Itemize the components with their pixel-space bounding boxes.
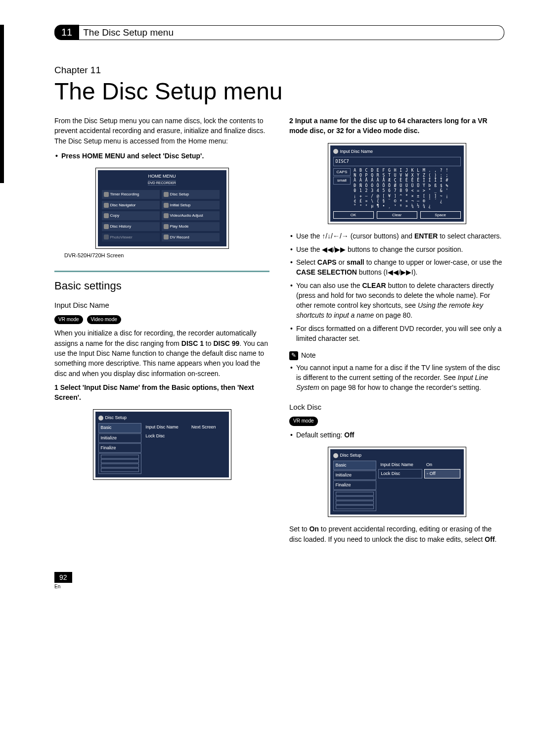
kbd-small: small bbox=[333, 177, 351, 185]
ds-basic: Basic bbox=[98, 423, 142, 432]
main-title: The Disc Setup menu bbox=[54, 78, 504, 105]
intro-paragraph: From the Disc Setup menu you can name di… bbox=[54, 116, 269, 146]
screenshot-caption: DVR-520H/720H Screen bbox=[64, 252, 269, 260]
menu-dv-record: DV Record bbox=[162, 233, 220, 242]
input-disc-name-heading: Input Disc Name bbox=[54, 300, 269, 311]
basic-settings-heading: Basic settings bbox=[54, 278, 269, 294]
arrow-up-down-left-right-icon: ↑/↓/←/→ bbox=[322, 232, 349, 240]
ds-initialize: Initialize bbox=[98, 433, 142, 443]
ds-input-disc-name: Input Disc Name bbox=[143, 423, 187, 431]
gear-icon bbox=[164, 203, 169, 208]
note-heading: ✎ Note bbox=[289, 350, 504, 360]
skip-back-fwd-icon: I◀◀/▶▶I bbox=[386, 268, 413, 276]
menu-video-audio: Video/Audio Adjust bbox=[162, 211, 220, 220]
page-footer: 92 En bbox=[54, 572, 504, 589]
clear-bullet: You can also use the CLEAR button to del… bbox=[289, 281, 504, 321]
ds2-basic: Basic bbox=[333, 461, 377, 470]
page-lang: En bbox=[54, 584, 504, 589]
copy-icon bbox=[104, 213, 109, 218]
disc-icon bbox=[164, 192, 169, 197]
disc-setup-screenshot-1: Disc Setup Basic Initialize Finalize Inp… bbox=[93, 409, 231, 479]
kbd-current-name: DISC7 bbox=[333, 157, 461, 166]
adjust-icon bbox=[164, 213, 169, 218]
menu-copy: Copy bbox=[102, 211, 160, 220]
kbd-clear: Clear bbox=[377, 211, 417, 219]
step-1: 1 Select 'Input Disc Name' from the Basi… bbox=[54, 382, 269, 403]
vr-mode-pill-2: VR mode bbox=[289, 417, 318, 426]
side-tab bbox=[0, 25, 4, 183]
home-menu-screenshot: HOME MENUDVD RECORDER Timer Recording Di… bbox=[54, 168, 269, 260]
home-menu-sub: DVD RECORDER bbox=[148, 180, 176, 186]
kbd-caps: CAPS bbox=[333, 168, 351, 176]
step-2: 2 Input a name for the disc up to 64 cha… bbox=[289, 116, 504, 136]
other-recorders-bullet: For discs formatted on a different DVD r… bbox=[289, 324, 504, 344]
page-number: 92 bbox=[54, 572, 72, 583]
menu-initial-setup: Initial Setup bbox=[162, 201, 220, 210]
chapter-badge: 11 bbox=[54, 25, 79, 40]
menu-disc-history: Disc History bbox=[102, 222, 160, 231]
press-home-menu-step: Press HOME MENU and select 'Disc Setup'. bbox=[54, 151, 269, 161]
history-icon bbox=[104, 224, 109, 229]
section-divider bbox=[54, 271, 269, 272]
note-body: You cannot input a name for a disc if th… bbox=[289, 363, 504, 393]
disc-icon bbox=[98, 416, 103, 421]
video-mode-pill: Video mode bbox=[87, 315, 121, 325]
ds2-off: ◦ Off bbox=[424, 469, 460, 478]
ds-lock-disc: Lock Disc bbox=[143, 432, 187, 440]
set-to-para: Set to On to prevent accidental recordin… bbox=[289, 524, 504, 544]
disc-icon bbox=[333, 453, 338, 458]
play-icon bbox=[164, 224, 169, 229]
header-title: The Disc Setup menu bbox=[79, 25, 504, 40]
right-column: 2 Input a name for the disc up to 64 cha… bbox=[289, 116, 504, 547]
note-icon: ✎ bbox=[289, 351, 298, 360]
menu-disc-setup: Disc Setup bbox=[162, 190, 220, 199]
default-setting: Default setting: Off bbox=[289, 430, 504, 440]
photo-icon bbox=[104, 235, 109, 239]
home-menu-title: HOME MENU bbox=[148, 173, 176, 180]
ds2-input-disc-name: Input Disc Name bbox=[378, 461, 422, 469]
skip-prev-next-icon: ◀◀/▶▶ bbox=[322, 245, 346, 253]
menu-photoviewer: PhotoViewer bbox=[102, 233, 160, 242]
chapter-label: Chapter 11 bbox=[54, 65, 504, 76]
caps-bullet: Select CAPS or small to change to upper … bbox=[289, 257, 504, 278]
ds2-lock-disc: Lock Disc bbox=[378, 469, 422, 478]
ds-finalize: Finalize bbox=[98, 443, 142, 453]
input-disc-name-para: When you initialize a disc for recording… bbox=[54, 328, 269, 378]
ds2-initialize: Initialize bbox=[333, 471, 377, 480]
clock-icon bbox=[104, 192, 109, 197]
keyboard-screenshot: Input Disc Name DISC7 CAPS small A B C D… bbox=[328, 143, 466, 225]
disc-setup-screenshot-2: Disc Setup Basic Initialize Finalize Inp… bbox=[328, 447, 466, 517]
menu-disc-navigator: Disc Navigator bbox=[102, 201, 160, 210]
kbd-grid: A B C D E F G H I J K L M . , ? ! N O P … bbox=[354, 168, 448, 209]
ds-next-screen: Next Screen bbox=[189, 423, 225, 431]
page-header: 11 The Disc Setup menu bbox=[54, 25, 504, 40]
lock-disc-heading: Lock Disc bbox=[289, 402, 504, 413]
kbd-space: Space bbox=[420, 211, 461, 219]
cursor-bullet: Use the ↑/↓/←/→ (cursor buttons) and ENT… bbox=[289, 231, 504, 241]
ds2-on: On bbox=[424, 461, 460, 469]
kbd-ok: OK bbox=[333, 211, 374, 219]
dv-icon bbox=[164, 235, 169, 239]
menu-play-mode: Play Mode bbox=[162, 222, 220, 231]
position-bullet: Use the ◀◀/▶▶ buttons to change the curs… bbox=[289, 244, 504, 254]
left-column: From the Disc Setup menu you can name di… bbox=[54, 116, 269, 547]
nav-icon bbox=[104, 203, 109, 208]
disc-icon bbox=[333, 149, 338, 154]
ds2-finalize: Finalize bbox=[333, 480, 377, 490]
vr-mode-pill: VR mode bbox=[54, 315, 83, 325]
menu-timer-recording: Timer Recording bbox=[102, 190, 160, 199]
